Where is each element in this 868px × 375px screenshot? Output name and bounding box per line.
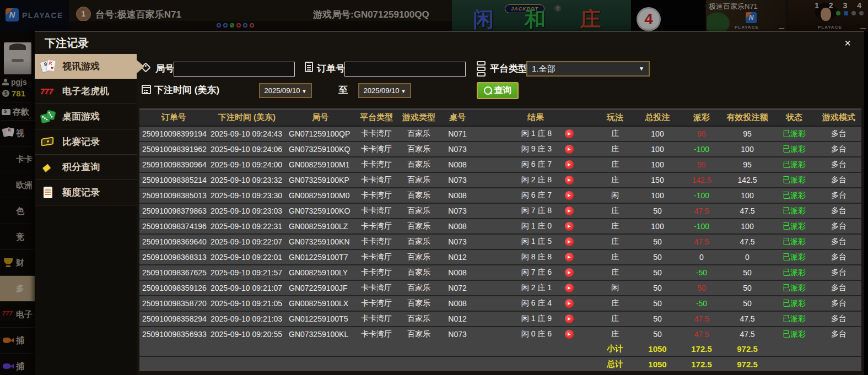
sidebar-item-table-games[interactable]: 桌面游戏 xyxy=(35,104,137,129)
play-type-cell: 庄 xyxy=(596,142,634,157)
round-number-cell: GN008259100M0 xyxy=(286,188,354,203)
table-row: 250910098374196 2025-09-10 09:22:31 GN00… xyxy=(139,219,861,234)
table-row: 250910098359126 2025-09-10 09:21:07 GN07… xyxy=(139,280,861,296)
sidebar-item-points-query[interactable]: ◆ 积分查询 xyxy=(35,155,137,180)
result-text: 闲 9 庄 3 xyxy=(521,144,552,154)
document-icon xyxy=(40,186,57,200)
play-video-button[interactable]: ▶ xyxy=(565,160,574,169)
search-button[interactable]: 查询 xyxy=(477,82,519,99)
result-text: 闲 8 庄 8 xyxy=(521,252,552,262)
play-video-button[interactable]: ▶ xyxy=(565,191,574,200)
dice-icon xyxy=(40,110,57,124)
game-type-cell: 百家乐 xyxy=(398,234,439,249)
order-number-cell: 250910098367625 xyxy=(139,265,208,280)
column-header: 有效投注额 xyxy=(723,109,772,126)
game-mode-cell: 多台 xyxy=(816,219,861,234)
game-type-cell: 百家乐 xyxy=(398,203,439,219)
payout-cell: 47.5 xyxy=(681,327,723,341)
date-to-value: 2025/09/10 xyxy=(364,86,400,95)
total-valid: 972.5 xyxy=(723,356,772,371)
valid-bet-cell: 100 xyxy=(723,142,772,157)
play-video-button[interactable]: ▶ xyxy=(565,330,574,339)
column-header: 订单号 xyxy=(139,109,208,126)
status-cell: 已派彩 xyxy=(772,219,816,234)
play-type-cell: 庄 xyxy=(596,157,634,172)
round-number-input[interactable] xyxy=(174,62,295,77)
play-video-button[interactable]: ▶ xyxy=(565,268,574,277)
sidebar-item-slots[interactable]: 777 电子老虎机 xyxy=(35,79,137,104)
result-text: 闲 7 庄 8 xyxy=(521,206,552,216)
sidebar-item-video-games[interactable]: 9K♥ 视讯游戏 xyxy=(35,54,137,79)
bet-time-cell: 2025-09-10 09:22:31 xyxy=(208,219,286,234)
platform-type-select[interactable]: 1.全部 ▼ xyxy=(526,61,650,77)
status-cell: 已派彩 xyxy=(772,142,816,157)
order-number-cell: 250910098385214 xyxy=(139,172,208,188)
status-cell: 已派彩 xyxy=(772,172,816,188)
sidebar-item-label: 比赛记录 xyxy=(62,135,100,148)
game-mode-cell: 多台 xyxy=(816,126,861,142)
table-number-cell: N073 xyxy=(439,327,476,341)
result-text: 闲 7 庄 6 xyxy=(521,268,552,278)
valid-bet-cell: 95 xyxy=(723,157,772,172)
platform-cell: 卡卡湾厅 xyxy=(354,265,398,280)
order-number-cell: 250910098391962 xyxy=(139,142,208,157)
calendar-icon xyxy=(142,85,151,94)
table-header-row: 订单号 下注时间 (美东) 局号 平台类型 游戏类型 桌号 结果 玩法 总投注 … xyxy=(139,109,861,126)
table-summary: 小计 1050 172.5 972.5 总计 1050 172.5 972.5 xyxy=(139,341,861,371)
platform-cell: 卡卡湾厅 xyxy=(354,219,398,234)
table-number-cell: N008 xyxy=(439,265,476,280)
play-video-button[interactable]: ▶ xyxy=(565,206,574,215)
sidebar-item-match-records[interactable]: 比赛记录 xyxy=(35,129,137,155)
total-bet-cell: 50 xyxy=(634,296,681,311)
status-cell: 已派彩 xyxy=(772,249,816,265)
bet-time-cell: 2025-09-10 09:23:32 xyxy=(208,172,286,188)
game-type-cell: 百家乐 xyxy=(398,265,439,280)
clipboard-icon xyxy=(305,62,313,72)
sidebar-item-label: 视讯游戏 xyxy=(62,60,100,73)
play-video-button[interactable]: ▶ xyxy=(565,176,574,184)
date-to-picker[interactable]: 2025/09/10▼ xyxy=(358,83,411,98)
search-icon xyxy=(484,86,492,95)
column-header: 游戏类型 xyxy=(398,109,439,126)
order-number-cell: 250910098368313 xyxy=(139,249,208,265)
table-number-cell: N073 xyxy=(439,172,476,188)
play-video-button[interactable]: ▶ xyxy=(565,237,574,246)
modal-content: 局号 订单号 平台类型 1.全部 ▼ 下注时间 (美东) 2025/09/10▼… xyxy=(137,54,864,375)
play-video-button[interactable]: ▶ xyxy=(565,314,574,323)
table-row: 250910098369640 2025-09-10 09:22:07 GN07… xyxy=(139,234,861,249)
play-video-button[interactable]: ▶ xyxy=(565,299,574,308)
play-type-cell: 闲 xyxy=(596,280,634,296)
play-type-cell: 庄 xyxy=(596,296,634,311)
play-video-button[interactable]: ▶ xyxy=(565,222,574,231)
play-video-button[interactable]: ▶ xyxy=(565,145,574,154)
play-video-button[interactable]: ▶ xyxy=(565,253,574,262)
platform-cell: 卡卡湾厅 xyxy=(354,234,398,249)
play-video-button[interactable]: ▶ xyxy=(565,129,574,138)
bet-time-cell: 2025-09-10 09:23:30 xyxy=(208,188,286,203)
result-cell: 闲 0 庄 6 ▶ xyxy=(476,327,596,341)
total-payout: 172.5 xyxy=(681,356,723,371)
order-number-cell: 250910098359126 xyxy=(139,280,208,296)
table-row: 250910098379863 2025-09-10 09:23:03 GN07… xyxy=(139,203,861,219)
result-cell: 闲 8 庄 8 ▶ xyxy=(476,249,596,265)
valid-bet-cell: 47.5 xyxy=(723,234,772,249)
platform-type-value: 1.全部 xyxy=(532,64,556,73)
order-number-input[interactable] xyxy=(344,62,466,77)
table-number-cell: N012 xyxy=(439,249,476,265)
close-icon[interactable]: × xyxy=(841,36,854,50)
round-number-cell: GN012259100T5 xyxy=(286,311,354,327)
result-text: 闲 1 庄 0 xyxy=(521,221,552,231)
table-row: 250910098358720 2025-09-10 09:21:05 GN00… xyxy=(139,296,861,311)
result-cell: 闲 1 庄 5 ▶ xyxy=(476,234,596,249)
play-type-cell: 庄 xyxy=(596,265,634,280)
total-bet-cell: 100 xyxy=(634,126,681,142)
total-bet-cell: 50 xyxy=(634,249,681,265)
valid-bet-cell: 95 xyxy=(723,126,772,142)
column-header: 派彩 xyxy=(681,109,723,126)
play-type-cell: 庄 xyxy=(596,311,634,327)
sidebar-item-quota-records[interactable]: 额度记录 xyxy=(35,180,137,205)
date-from-picker[interactable]: 2025/09/10▼ xyxy=(259,83,312,98)
result-text: 闲 1 庄 5 xyxy=(521,237,552,247)
play-video-button[interactable]: ▶ xyxy=(565,284,574,292)
round-number-label: 局号 xyxy=(155,62,174,75)
